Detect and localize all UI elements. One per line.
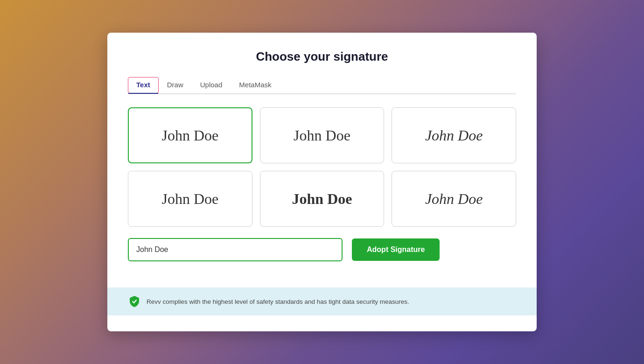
shield-check-icon: [128, 295, 141, 308]
modal-footer: Revv complies with the highest level of …: [107, 287, 537, 315]
signature-option-3[interactable]: John Doe: [392, 107, 516, 163]
modal-title: Choose your signature: [128, 49, 516, 64]
signature-text-6: John Doe: [425, 190, 483, 208]
tab-metamask[interactable]: MetaMask: [231, 77, 280, 93]
signature-option-1[interactable]: John Doe: [128, 107, 252, 163]
signature-grid: John Doe John Doe John Doe John Doe John…: [128, 107, 516, 227]
tab-draw[interactable]: Draw: [159, 77, 192, 93]
signature-text-2: John Doe: [294, 127, 350, 144]
signature-text-5: John Doe: [292, 190, 352, 208]
name-input[interactable]: [128, 238, 343, 261]
signature-text-1: John Doe: [161, 127, 218, 144]
signature-option-5[interactable]: John Doe: [260, 171, 385, 227]
tab-bar: Text Draw Upload MetaMask: [128, 77, 516, 94]
adopt-signature-button[interactable]: Adopt Signature: [352, 238, 440, 261]
signature-option-4[interactable]: John Doe: [128, 171, 252, 227]
signature-option-2[interactable]: John Doe: [260, 107, 385, 163]
footer-text: Revv complies with the highest level of …: [147, 298, 409, 305]
input-row: Adopt Signature: [128, 238, 516, 261]
signature-option-6[interactable]: John Doe: [392, 171, 516, 227]
modal-body: Choose your signature Text Draw Upload M…: [107, 33, 537, 274]
tab-upload[interactable]: Upload: [192, 77, 231, 93]
signature-text-3: John Doe: [425, 127, 483, 144]
signature-modal: Choose your signature Text Draw Upload M…: [107, 33, 537, 331]
tab-text[interactable]: Text: [128, 77, 159, 93]
signature-text-4: John Doe: [161, 190, 218, 208]
